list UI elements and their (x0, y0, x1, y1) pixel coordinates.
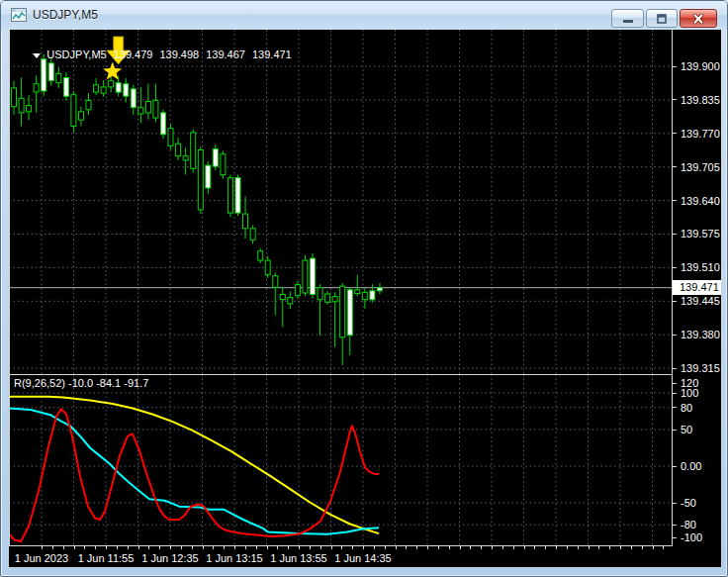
close-icon (691, 13, 705, 24)
time-tick (310, 546, 311, 549)
minimize-button[interactable] (611, 9, 644, 28)
indicator-scale-tick (673, 525, 677, 526)
indicator-scale-tick (673, 407, 677, 408)
time-tick (170, 546, 171, 549)
indicator-label: R(9,26,52) -10.0 -84.1 -91.7 (14, 377, 148, 389)
candle (318, 284, 322, 336)
candle (377, 283, 382, 295)
candle (206, 161, 211, 194)
main-chart[interactable] (9, 30, 672, 374)
time-tick (299, 546, 300, 549)
indicator-scale-tick (673, 537, 677, 538)
candle (131, 85, 136, 115)
time-tick (192, 546, 193, 549)
time-tick (438, 546, 439, 549)
restore-icon (655, 13, 669, 24)
candle (213, 144, 218, 170)
candle (347, 287, 352, 355)
candle (362, 288, 367, 309)
time-tick (352, 546, 353, 549)
ohlc-high: 139.498 (159, 48, 199, 60)
time-tick (224, 546, 225, 549)
indicator-panel[interactable] (9, 374, 672, 546)
time-tick (363, 546, 364, 549)
window-title: USDJPY,M5 (33, 8, 98, 22)
candle (250, 226, 255, 244)
candle (340, 283, 345, 365)
time-tick (589, 546, 590, 549)
time-tick (331, 546, 332, 549)
ohlc-readout: USDJPY,M5139.479139.498139.467139.471 (15, 37, 299, 49)
candle (355, 275, 360, 296)
chart-window: USDJPY,M5 USDJPY,M5139.479139.498139.467… (0, 0, 728, 577)
candle (288, 291, 293, 309)
time-tick (203, 546, 204, 549)
indicator-scale-label: 0.00 (681, 460, 701, 472)
time-tick (663, 546, 664, 549)
sell-signal-star-icon (103, 62, 122, 80)
price-label: 139.315 (681, 362, 720, 374)
candle (63, 72, 68, 100)
indicator-scale-tick (673, 383, 677, 384)
price-axis[interactable]: 139.471 139.900139.835139.770139.705139.… (672, 30, 721, 567)
close-button[interactable] (680, 9, 717, 28)
time-tick (545, 546, 546, 549)
indicator-scale-tick (673, 393, 677, 394)
candle (265, 256, 270, 278)
candle (56, 67, 61, 88)
time-tick (513, 546, 514, 549)
time-tick (63, 546, 64, 549)
candle (34, 75, 39, 113)
indicator-scale-tick (673, 430, 677, 431)
indicator-line-R9 (9, 409, 379, 541)
time-tick (406, 546, 407, 549)
candle (153, 84, 158, 123)
ohlc-low: 139.467 (206, 48, 245, 60)
candle (311, 253, 316, 299)
chart-client: USDJPY,M5139.479139.498139.467139.471 R(… (9, 30, 721, 567)
restore-button[interactable] (646, 9, 678, 28)
indicator-scale-label: -50 (681, 497, 696, 509)
time-tick (181, 546, 182, 549)
candle (332, 292, 337, 346)
indicator-scale-tick (673, 466, 677, 467)
candle (116, 76, 121, 96)
time-tick (534, 546, 535, 549)
time-tick (620, 546, 621, 549)
candle (370, 284, 375, 303)
time-tick (502, 546, 503, 549)
titlebar[interactable]: USDJPY,M5 (1, 1, 727, 30)
time-tick (267, 546, 268, 549)
time-tick (631, 546, 632, 549)
time-tick (556, 546, 557, 549)
ohlc-close: 139.471 (252, 48, 292, 60)
time-tick (106, 546, 107, 549)
indicator-scale-label: -100 (681, 531, 702, 543)
price-tick (673, 234, 677, 235)
bid-price-box: 139.471 (673, 280, 721, 295)
candle (258, 248, 263, 264)
price-tick (673, 200, 677, 201)
symbol-dropdown-icon[interactable] (33, 53, 41, 58)
indicator-scale-label: -80 (681, 519, 696, 530)
candle (295, 281, 300, 299)
time-tick (642, 546, 643, 549)
price-tick (673, 99, 677, 100)
candle (235, 175, 240, 217)
price-tick (673, 368, 677, 369)
time-tick (449, 546, 450, 549)
ohlc-symbol: USDJPY,M5 (46, 48, 106, 60)
price-label: 139.835 (681, 94, 720, 106)
indicator-line-R52 (9, 397, 379, 533)
candle (145, 84, 150, 120)
time-tick (385, 546, 386, 549)
candle (79, 107, 84, 127)
price-tick (673, 66, 677, 67)
time-tick (148, 546, 149, 549)
time-axis[interactable]: 1 Jun 20231 Jun 11:551 Jun 12:351 Jun 13… (9, 546, 672, 567)
candle (273, 273, 278, 316)
time-tick (52, 546, 53, 549)
time-tick (653, 546, 654, 549)
candle (12, 81, 17, 115)
time-tick (578, 546, 579, 549)
